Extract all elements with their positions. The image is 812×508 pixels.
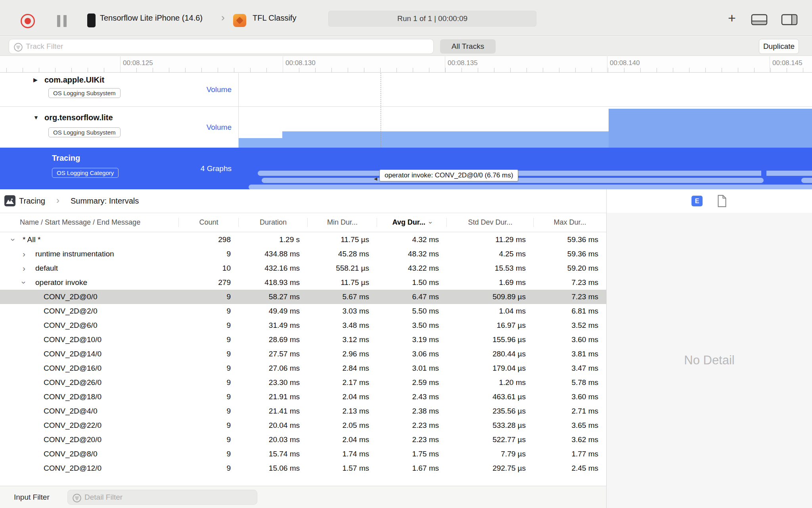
- cell-count: 298: [179, 233, 239, 247]
- interval-bar[interactable]: [766, 171, 812, 176]
- timeline-ruler[interactable]: 00:08.12500:08.13000:08.13500:08.14000:0…: [0, 56, 812, 73]
- bottom-pane-icon: [751, 13, 768, 25]
- cell-max-duration: 3.65 ms: [534, 418, 606, 433]
- cell-avg-duration: 1.50 ms: [377, 275, 447, 290]
- track-badge: OS Logging Category: [52, 168, 119, 178]
- cell-stddev-duration: 179.04 µs: [447, 361, 534, 375]
- sort-direction-icon: ›: [427, 221, 435, 224]
- detail-filter-bar: Input Filter: [0, 486, 606, 508]
- track-filter-field[interactable]: [9, 39, 434, 54]
- breadcrumb-page[interactable]: Summary: Intervals: [71, 189, 139, 213]
- cell-avg-duration: 2.59 ms: [377, 375, 447, 390]
- cell-avg-duration: 1.67 ms: [377, 461, 447, 475]
- table-row[interactable]: runtime instrumentation 9 434.88 ms 45.2…: [0, 247, 606, 261]
- cell-name: CONV_2D@8/0: [0, 447, 179, 461]
- disclosure-chevron[interactable]: [23, 275, 31, 290]
- column-header-avg-sorted[interactable]: Avg Dur...›: [377, 213, 447, 232]
- column-header-duration[interactable]: Duration: [239, 213, 308, 232]
- disclosure-triangle-expanded[interactable]: ▼: [33, 114, 39, 121]
- cell-avg-duration: 48.32 ms: [377, 247, 447, 261]
- table-row[interactable]: CONV_2D@2/0 9 49.49 ms 3.03 ms 5.50 ms 1…: [0, 304, 606, 318]
- cell-stddev-duration: 292.75 µs: [447, 461, 534, 475]
- disclosure-chevron[interactable]: [12, 233, 20, 247]
- input-filter-label[interactable]: Input Filter: [14, 486, 50, 508]
- cell-min-duration: 2.04 ms: [308, 433, 377, 447]
- track-filter-input[interactable]: [26, 40, 426, 53]
- cell-max-duration: 59.20 ms: [534, 261, 606, 275]
- disclosure-chevron[interactable]: [23, 247, 31, 261]
- inspection-playhead-line: [381, 73, 381, 148]
- device-selector[interactable]: Tensorflow Lite iPhone (14.6): [100, 0, 203, 36]
- volume-bar-segment[interactable]: [282, 131, 609, 148]
- cell-duration: 49.49 ms: [239, 304, 308, 318]
- cell-stddev-duration: 1.69 ms: [447, 275, 534, 290]
- cell-avg-duration: 6.47 ms: [377, 290, 447, 304]
- volume-bar-segment[interactable]: [238, 138, 282, 148]
- cell-max-duration: 59.36 ms: [534, 247, 606, 261]
- breadcrumb-root[interactable]: Tracing: [19, 189, 45, 213]
- cell-duration: 418.93 ms: [239, 275, 308, 290]
- cell-min-duration: 3.48 ms: [308, 318, 377, 333]
- track-row-uikit[interactable]: ▶ com.apple.UIKit OS Logging Subsystem V…: [0, 73, 812, 107]
- cell-duration: 20.03 ms: [239, 433, 308, 447]
- cell-name: * All *: [0, 233, 179, 247]
- track-name: org.tensorflow.lite: [44, 113, 113, 122]
- record-button[interactable]: [21, 14, 35, 28]
- panel-divider[interactable]: [606, 189, 607, 508]
- cell-count: 9: [179, 347, 239, 361]
- table-row[interactable]: CONV_2D@18/0 9 21.91 ms 2.04 ms 2.43 ms …: [0, 390, 606, 404]
- cell-stddev-duration: 4.25 ms: [447, 247, 534, 261]
- disclosure-triangle-collapsed[interactable]: ▶: [33, 77, 38, 83]
- table-row[interactable]: CONV_2D@10/0 9 28.69 ms 3.12 ms 3.19 ms …: [0, 333, 606, 347]
- column-header-stddev[interactable]: Std Dev Dur...: [447, 213, 534, 232]
- cell-avg-duration: 5.50 ms: [377, 304, 447, 318]
- column-header-count[interactable]: Count: [179, 213, 239, 232]
- cell-max-duration: 5.78 ms: [534, 375, 606, 390]
- track-row-tracing-selected[interactable]: Tracing OS Logging Category 4 Graphs ope…: [0, 148, 812, 189]
- toggle-bottom-pane-button[interactable]: [751, 13, 768, 25]
- track-row-tensorflow[interactable]: ▼ org.tensorflow.lite OS Logging Subsyst…: [0, 107, 812, 148]
- add-instrument-button[interactable]: +: [723, 9, 741, 28]
- volume-bar-segment[interactable]: [609, 109, 812, 148]
- duplicate-button[interactable]: Duplicate: [759, 39, 799, 54]
- ruler-major-tick: 00:08.125: [120, 56, 121, 72]
- table-row[interactable]: CONV_2D@22/0 9 20.04 ms 2.05 ms 2.23 ms …: [0, 418, 606, 433]
- cell-name: CONV_2D@12/0: [0, 461, 179, 475]
- inspector-e-button[interactable]: E: [691, 196, 703, 206]
- filter-icon: [13, 42, 23, 52]
- all-tracks-button[interactable]: All Tracks: [440, 39, 496, 54]
- table-row[interactable]: CONV_2D@0/0 9 58.27 ms 5.67 ms 6.47 ms 5…: [0, 290, 606, 304]
- table-row[interactable]: CONV_2D@12/0 9 15.06 ms 1.57 ms 1.67 ms …: [0, 461, 606, 475]
- filter-icon: [72, 493, 82, 503]
- cell-name: CONV_2D@6/0: [0, 318, 179, 333]
- table-row[interactable]: CONV_2D@26/0 9 23.30 ms 2.17 ms 2.59 ms …: [0, 375, 606, 390]
- target-selector[interactable]: TFL Classify: [253, 0, 296, 36]
- detail-filter-field[interactable]: [67, 490, 257, 505]
- interval-bar[interactable]: [801, 178, 812, 183]
- cell-count: 9: [179, 447, 239, 461]
- table-row[interactable]: CONV_2D@16/0 9 27.06 ms 2.84 ms 3.01 ms …: [0, 361, 606, 375]
- pause-button[interactable]: [57, 15, 67, 27]
- cell-name: CONV_2D@4/0: [0, 404, 179, 418]
- disclosure-chevron[interactable]: [23, 261, 31, 275]
- table-row[interactable]: CONV_2D@20/0 9 20.03 ms 2.04 ms 2.23 ms …: [0, 433, 606, 447]
- table-row[interactable]: * All * 298 1.29 s 11.75 µs 4.32 ms 11.2…: [0, 233, 606, 247]
- column-header-name[interactable]: Name / Start Message / End Message: [0, 213, 179, 232]
- table-row[interactable]: CONV_2D@8/0 9 15.74 ms 1.74 ms 1.75 ms 7…: [0, 447, 606, 461]
- cell-count: 10: [179, 261, 239, 275]
- column-header-min[interactable]: Min Dur...: [308, 213, 377, 232]
- inspector-panel: No Detail: [607, 213, 812, 508]
- cell-max-duration: 6.81 ms: [534, 304, 606, 318]
- toggle-right-pane-button[interactable]: [781, 13, 798, 25]
- table-row[interactable]: CONV_2D@4/0 9 21.41 ms 2.13 ms 2.38 ms 2…: [0, 404, 606, 418]
- track-filter-bar: All Tracks Duplicate: [0, 37, 812, 56]
- table-row[interactable]: operator invoke 279 418.93 ms 11.75 µs 1…: [0, 275, 606, 290]
- detail-filter-input[interactable]: [84, 491, 251, 504]
- document-icon-button[interactable]: [716, 195, 728, 207]
- column-header-max[interactable]: Max Dur...: [534, 213, 606, 232]
- table-row[interactable]: CONV_2D@14/0 9 27.57 ms 2.96 ms 3.06 ms …: [0, 347, 606, 361]
- cell-stddev-duration: 1.20 ms: [447, 375, 534, 390]
- cell-avg-duration: 3.19 ms: [377, 333, 447, 347]
- table-row[interactable]: CONV_2D@6/0 9 31.49 ms 3.48 ms 3.50 ms 1…: [0, 318, 606, 333]
- table-row[interactable]: default 10 432.16 ms 558.21 µs 43.22 ms …: [0, 261, 606, 275]
